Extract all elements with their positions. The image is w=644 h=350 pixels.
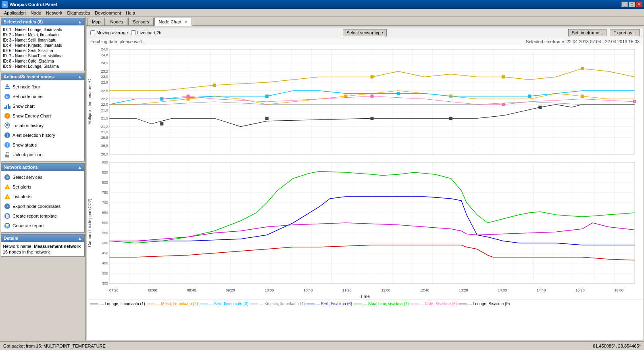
svg-rect-16 — [5, 155, 9, 157]
menu-help[interactable]: Help — [123, 10, 138, 16]
actions-panel: Actions/Selected nodes ▲ Set node floor … — [1, 73, 85, 161]
legend-item: — Seili, Sisäilma (6) — [306, 302, 352, 306]
svg-rect-1 — [6, 86, 9, 87]
charts-container: 07:2008:0008:4009:2010:0010:4011:2012:00… — [87, 45, 643, 340]
chart-area: Moving average Livechart 2h Select senso… — [87, 27, 643, 340]
menu-development[interactable]: Development — [92, 10, 123, 16]
export-button[interactable]: Export as... — [610, 29, 640, 36]
actions-header[interactable]: Actions/Selected nodes ▲ — [1, 73, 84, 80]
action-list-alerts[interactable]: ! List alerts — [3, 192, 83, 201]
action-set-name[interactable]: N Set node name — [3, 92, 83, 101]
close-button[interactable]: ✕ — [636, 2, 642, 7]
svg-rect-5 — [4, 107, 6, 109]
menu-node[interactable]: Node — [28, 10, 44, 16]
set-timeframe-button[interactable]: Set timeframe... — [568, 29, 607, 36]
menu-application[interactable]: Application — [2, 10, 28, 16]
legend-line — [250, 304, 258, 304]
legend-item: — Mekri, Ilmanlaatu (2) — [147, 302, 198, 306]
network-actions-header[interactable]: Network actions ▲ — [1, 163, 84, 171]
action-show-status[interactable]: i Show status — [3, 140, 83, 150]
svg-text:!: ! — [7, 186, 8, 190]
select-sensor-type-button[interactable]: Select sensor type — [343, 29, 387, 36]
details-chevron: ▲ — [78, 236, 82, 241]
action-label: Select services — [13, 175, 42, 180]
legend-line — [354, 304, 362, 304]
action-export-coords[interactable]: ↗ Export node coordinates — [3, 201, 83, 211]
legend-item: — StaatTiimi, sisäilma (7) — [354, 302, 409, 306]
selected-nodes-panel: Selected nodes (8) ▲ ID: 1 - Name: Loung… — [1, 18, 85, 71]
tab-bar: Map Nodes Sensors Node Chart ✕ — [86, 17, 644, 26]
co2-chart — [87, 158, 643, 287]
svg-text:📊: 📊 — [5, 224, 9, 228]
energy-icon: ⚡ — [4, 112, 11, 119]
legend-area: — Lounge, Ilmanlaatu (1)— Mekri, Ilmanla… — [87, 300, 643, 308]
action-location-history[interactable]: Location history — [3, 121, 83, 130]
network-actions-content: ⚙ Select services ! Set alerts ! — [1, 171, 84, 232]
legend-line — [200, 304, 208, 304]
tab-node-chart[interactable]: Node Chart ✕ — [154, 18, 192, 26]
action-label: List alerts — [13, 194, 31, 199]
action-show-energy-chart[interactable]: ⚡ Show Energy Chart — [3, 111, 83, 121]
action-set-floor[interactable]: Set node floor — [3, 82, 83, 92]
tab-close-icon[interactable]: ✕ — [184, 20, 188, 24]
list-item: ID: 9 - Name: Lounge, Sisäilma — [3, 64, 83, 69]
status-message: Got packet from 15: MULTIPOINT_TEMPERATU… — [3, 344, 106, 348]
window-controls: _ □ ✕ — [621, 2, 642, 7]
menu-network[interactable]: Network — [44, 10, 65, 16]
status-icon: i — [4, 141, 11, 149]
action-create-report-template[interactable]: 📄 Create report template — [3, 211, 83, 221]
legend-line — [90, 304, 98, 304]
floor-icon — [4, 83, 11, 90]
moving-average-input[interactable] — [90, 30, 95, 35]
action-alert-history[interactable]: ! Alert detection history — [3, 130, 83, 140]
menu-bar: Application Node Network Diagnostics Dev… — [0, 9, 644, 17]
svg-text:📄: 📄 — [5, 214, 9, 218]
action-generate-report[interactable]: 📊 Generate report — [3, 221, 83, 231]
list-item: ID: 7 - Name: StaatTiimi, sisäilma — [3, 53, 83, 59]
maximize-button[interactable]: □ — [629, 2, 635, 7]
selected-nodes-content: ID: 1 - Name: Lounge, Ilmanlaatu ID: 2 -… — [1, 25, 84, 71]
svg-rect-2 — [6, 84, 8, 86]
svg-text:!: ! — [7, 195, 8, 199]
action-set-alerts[interactable]: ! Set alerts — [3, 182, 83, 192]
timeframe-text: Selected timeframe: 22.04.2013 07:04 - 2… — [526, 39, 640, 44]
svg-text:⚡: ⚡ — [5, 113, 10, 118]
selected-nodes-title: Selected nodes (8) — [4, 19, 43, 24]
network-actions-panel: Network actions ▲ ⚙ Select services ! — [1, 163, 85, 233]
network-name-label: Network name: Measurement network — [3, 243, 83, 249]
unlock-icon — [4, 151, 11, 158]
menu-diagnostics[interactable]: Diagnostics — [65, 10, 92, 16]
moving-average-checkbox[interactable]: Moving average — [90, 30, 128, 35]
minimize-button[interactable]: _ — [621, 2, 628, 7]
svg-point-11 — [6, 124, 8, 126]
tab-sensors[interactable]: Sensors — [128, 18, 153, 25]
svg-text:i: i — [7, 143, 8, 147]
action-select-services[interactable]: ⚙ Select services — [3, 172, 83, 182]
svg-rect-6 — [6, 105, 7, 109]
action-label: Unlock position — [13, 152, 43, 157]
bottom-status-bar: Got packet from 15: MULTIPOINT_TEMPERATU… — [0, 341, 644, 350]
network-actions-chevron: ▲ — [78, 165, 82, 170]
livechart-input[interactable] — [131, 30, 136, 35]
action-label: Show Energy Chart — [13, 113, 51, 118]
action-show-chart[interactable]: Show chart — [3, 101, 83, 111]
legend-line — [147, 304, 155, 304]
coordinates: 61.450085°, 23.854465° — [593, 344, 641, 348]
svg-rect-7 — [8, 104, 9, 109]
tab-nodes[interactable]: Nodes — [106, 18, 127, 25]
svg-text:↗: ↗ — [6, 205, 9, 208]
selected-nodes-header[interactable]: Selected nodes (8) ▲ — [1, 18, 84, 25]
chart-toolbar: Moving average Livechart 2h Select senso… — [87, 27, 643, 38]
app-title: Wirepas Control Panel — [10, 2, 621, 7]
list-item: ID: 1 - Name: Lounge, Ilmanlaatu — [3, 27, 83, 32]
details-header[interactable]: Details ▲ — [1, 235, 84, 242]
action-unlock-position[interactable]: Unlock position — [3, 150, 83, 159]
legend-item: — Cafe, Sisäilma (8) — [411, 302, 457, 306]
action-label: Set alerts — [13, 184, 31, 189]
livechart-checkbox[interactable]: Livechart 2h — [131, 30, 161, 35]
location-icon — [4, 122, 11, 129]
svg-text:!: ! — [6, 133, 8, 138]
action-label: Set node floor — [13, 84, 40, 89]
report-template-icon: 📄 — [4, 212, 11, 220]
tab-map[interactable]: Map — [88, 18, 105, 25]
